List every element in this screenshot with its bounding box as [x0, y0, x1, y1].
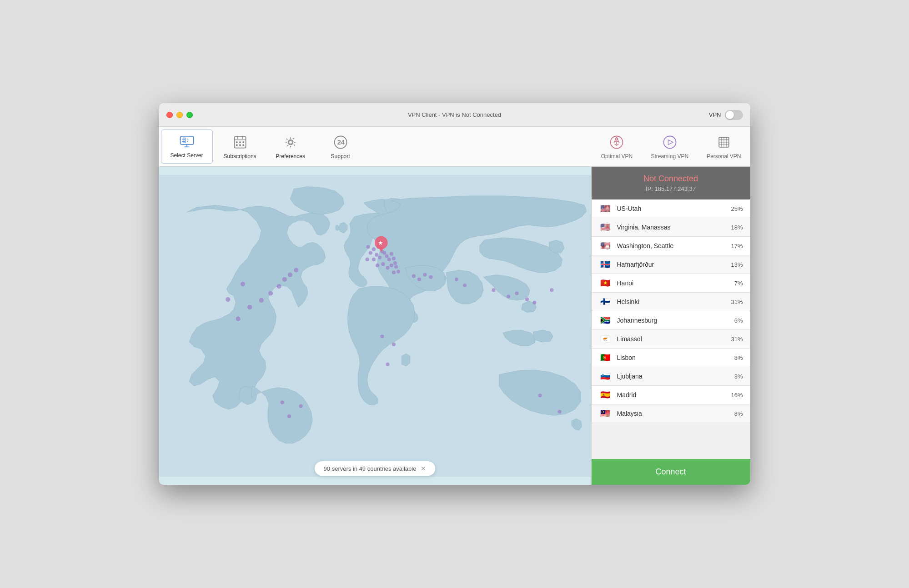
- tab-support-label: Support: [331, 153, 350, 159]
- server-name: Lisbon: [617, 354, 727, 361]
- server-flag: 🇲🇾: [599, 409, 612, 418]
- svg-point-37: [247, 305, 252, 309]
- server-name: Helsinki: [617, 298, 727, 305]
- server-item[interactable]: 🇪🇸 Madrid 16%: [592, 386, 750, 404]
- svg-point-82: [280, 400, 284, 404]
- svg-point-46: [372, 247, 375, 251]
- svg-point-71: [454, 278, 458, 281]
- tab-preferences[interactable]: Preferences: [266, 127, 316, 166]
- select-server-icon: ←→: [179, 135, 195, 149]
- svg-point-36: [236, 317, 240, 321]
- server-list: 🇺🇸 US-Utah 25% 🇺🇸 Virginia, Manassas 18%…: [592, 199, 750, 459]
- connect-button[interactable]: Connect: [592, 459, 750, 485]
- minimize-button[interactable]: [176, 112, 183, 118]
- maximize-button[interactable]: [186, 112, 193, 118]
- server-item[interactable]: 🇸🇮 Ljubljana 3%: [592, 367, 750, 386]
- tab-optimal-vpn[interactable]: Optimal VPN: [592, 127, 642, 166]
- svg-point-67: [412, 274, 415, 278]
- svg-point-64: [394, 265, 397, 269]
- server-flag: 🇺🇸: [599, 204, 612, 213]
- svg-rect-17: [239, 144, 241, 146]
- svg-point-40: [276, 284, 281, 289]
- svg-point-61: [386, 266, 389, 269]
- server-item[interactable]: 🇻🇳 Hanoi 7%: [592, 274, 750, 293]
- svg-rect-14: [239, 141, 241, 143]
- server-flag: 🇫🇮: [599, 297, 612, 306]
- svg-marker-26: [668, 140, 673, 145]
- svg-rect-18: [242, 144, 244, 146]
- server-name: Madrid: [617, 391, 727, 399]
- app-window: VPN Client - VPN is Not Connected VPN ←→: [159, 103, 750, 485]
- server-flag: 🇺🇸: [599, 241, 612, 250]
- tab-support[interactable]: 24 Support: [316, 127, 366, 166]
- personal-vpn-icon: [716, 134, 732, 150]
- svg-point-66: [392, 270, 395, 274]
- svg-point-43: [294, 268, 298, 272]
- server-flag: 🇨🇾: [599, 334, 612, 344]
- server-name: Malaysia: [617, 410, 727, 417]
- svg-point-85: [538, 394, 542, 397]
- svg-point-79: [380, 334, 384, 338]
- svg-point-84: [299, 404, 302, 408]
- server-item[interactable]: 🇿🇦 Johannesburg 6%: [592, 311, 750, 330]
- map-status-text: 90 servers in 49 countries available: [324, 465, 417, 472]
- server-item[interactable]: 🇫🇮 Helsinki 31%: [592, 293, 750, 311]
- svg-point-50: [368, 251, 372, 255]
- server-load: 3%: [727, 373, 743, 380]
- main-content: ★ 90 servers in 49 countries available ✕…: [159, 167, 750, 485]
- svg-point-62: [381, 262, 385, 266]
- svg-point-69: [423, 273, 427, 277]
- map-status-close[interactable]: ✕: [421, 465, 426, 472]
- toolbar: ←→ Select Server Subscriptions: [159, 127, 750, 167]
- svg-point-68: [417, 278, 421, 281]
- svg-point-75: [515, 291, 518, 295]
- svg-rect-13: [236, 141, 238, 143]
- svg-text:★: ★: [378, 239, 383, 246]
- tab-select-server[interactable]: ←→ Select Server: [161, 130, 213, 164]
- vpn-toggle[interactable]: [725, 110, 743, 120]
- close-button[interactable]: [166, 112, 173, 118]
- server-flag: 🇵🇹: [599, 353, 612, 362]
- svg-rect-15: [242, 141, 244, 143]
- server-item[interactable]: 🇵🇹 Lisbon 8%: [592, 349, 750, 367]
- server-item[interactable]: 🇮🇸 Hafnarfjörður 13%: [592, 255, 750, 274]
- server-item[interactable]: 🇨🇾 Limassol 31%: [592, 330, 750, 349]
- tab-select-server-label: Select Server: [171, 152, 203, 159]
- svg-point-74: [507, 295, 510, 299]
- server-load: 6%: [727, 317, 743, 324]
- server-item[interactable]: 🇺🇸 Virginia, Manassas 18%: [592, 218, 750, 237]
- server-flag: 🇸🇮: [599, 372, 612, 381]
- svg-point-70: [429, 275, 432, 279]
- server-name: Hafnarfjörður: [617, 261, 727, 268]
- server-load: 17%: [727, 243, 743, 249]
- tab-streaming-vpn[interactable]: Streaming VPN: [642, 127, 698, 166]
- svg-point-81: [392, 343, 395, 346]
- tab-streaming-vpn-label: Streaming VPN: [651, 153, 688, 159]
- titlebar: VPN Client - VPN is Not Connected VPN: [159, 103, 750, 127]
- tab-personal-vpn[interactable]: Personal VPN: [698, 127, 750, 166]
- streaming-vpn-icon: [662, 134, 678, 150]
- server-item[interactable]: 🇲🇾 Malaysia 8%: [592, 404, 750, 423]
- svg-point-55: [385, 254, 388, 258]
- server-load: 25%: [727, 205, 743, 212]
- subscriptions-icon: [232, 134, 248, 150]
- svg-text:24: 24: [337, 139, 344, 146]
- svg-point-49: [374, 253, 378, 257]
- svg-point-25: [663, 136, 676, 148]
- svg-point-57: [389, 252, 393, 256]
- tab-subscriptions[interactable]: Subscriptions: [215, 127, 266, 166]
- svg-text:←→: ←→: [182, 138, 190, 142]
- toolbar-right: Optimal VPN Streaming VPN: [592, 127, 750, 166]
- server-load: 18%: [727, 224, 743, 231]
- server-load: 8%: [727, 410, 743, 417]
- svg-point-39: [268, 291, 273, 295]
- ip-address: IP: 185.177.243.37: [599, 185, 743, 192]
- server-load: 31%: [727, 336, 743, 343]
- server-item[interactable]: 🇺🇸 US-Utah 25%: [592, 199, 750, 218]
- tab-subscriptions-label: Subscriptions: [224, 153, 256, 159]
- tab-personal-vpn-label: Personal VPN: [707, 153, 741, 159]
- connection-status: Not Connected: [599, 174, 743, 184]
- server-load: 13%: [727, 261, 743, 268]
- preferences-icon: [282, 134, 299, 150]
- server-item[interactable]: 🇺🇸 Washington, Seattle 17%: [592, 237, 750, 255]
